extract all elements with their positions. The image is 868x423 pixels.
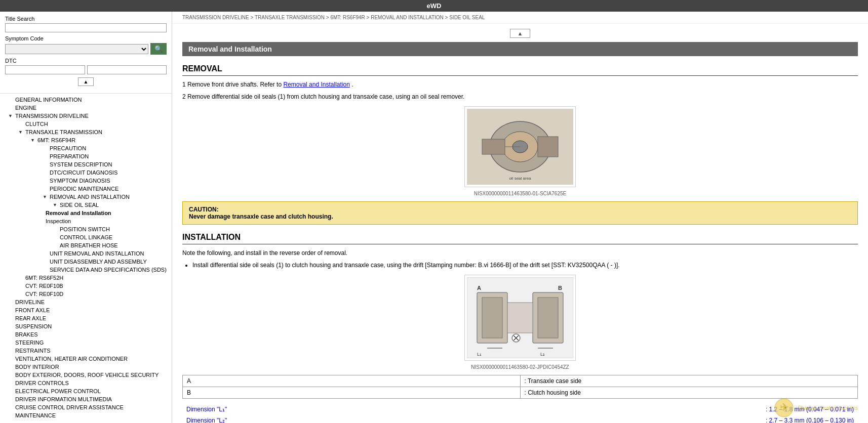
- section-header: Removal and Installation: [182, 42, 858, 56]
- dtc-input-2[interactable]: [87, 65, 167, 74]
- table-row-a: A : Transaxle case side: [183, 375, 858, 387]
- tree-item-unit-removal[interactable]: UNIT REMOVAL AND INSTALLATION: [18, 249, 172, 258]
- tree-item-6mt-rs6f94r[interactable]: 6MT: RS6F94R: [12, 136, 172, 144]
- tree-label-dtc-circuit: DTC/CIRCUIT DIAGNOSIS: [50, 170, 117, 176]
- content-area: TRANSMISSION DRIVELINE > TRANSAXLE TRANS…: [172, 12, 868, 423]
- tree-item-driveline[interactable]: DRIVELINE: [0, 298, 172, 306]
- tree-item-control-linkage[interactable]: CONTROL LINKAGE: [24, 233, 172, 241]
- image1-box: oil seal area: [464, 106, 576, 187]
- tree-item-cvt-re0f10b[interactable]: CVT: RE0F10B: [6, 282, 172, 290]
- table-b-value: : Clutch housing side: [520, 387, 858, 399]
- dim-l1-row: Dimension "L₁" : 1.2 – 1.8 mm (0.047 – 0…: [182, 404, 858, 415]
- tree-item-unit-disassembly[interactable]: UNIT DISASSEMBLY AND ASSEMBLY: [18, 258, 172, 266]
- tree-item-brakes[interactable]: BRAKES: [0, 330, 172, 339]
- dimensions-table: Dimension "L₁" : 1.2 – 1.8 mm (0.047 – 0…: [182, 404, 858, 423]
- tree-item-service-data[interactable]: SERVICE DATA AND SPECIFICATIONS (SDS): [18, 266, 172, 274]
- svg-text:L₁: L₁: [477, 352, 482, 357]
- tree-label-6mt-rs6f52h: 6MT: RS6F52H: [25, 275, 63, 281]
- tree-item-6mt-rs6f52h[interactable]: 6MT: RS6F52H: [6, 274, 172, 282]
- caution1-title: CAUTION:: [189, 206, 219, 213]
- tree-label-clutch: CLUTCH: [25, 121, 48, 127]
- tree-item-rear-axle[interactable]: REAR AXLE: [0, 314, 172, 322]
- tree-label-maintenance: MAINTENANCE: [15, 412, 56, 418]
- dim-l1-link[interactable]: Dimension "L₁": [186, 406, 227, 413]
- install-bullet-1: Install differential side oil seals (1) …: [192, 261, 858, 270]
- tree-item-inspection[interactable]: Inspection: [30, 217, 172, 225]
- svg-rect-13: [507, 303, 533, 333]
- install-bullets: Install differential side oil seals (1) …: [192, 261, 858, 270]
- svg-rect-4: [538, 137, 558, 157]
- tree-item-position-switch[interactable]: POSITION SWITCH: [24, 225, 172, 233]
- tree-item-general-info[interactable]: GENERAL INFORMATION: [0, 96, 172, 104]
- svg-text:B: B: [558, 285, 562, 291]
- tree-label-body-exterior: BODY EXTERIOR, DOORS, ROOF VEHICLE SECUR…: [15, 372, 159, 378]
- step1-text: 1 Remove front drive shafts. Refer to Re…: [182, 80, 858, 89]
- tree-label-ventilation: VENTILATION, HEATER AIR CONDITIONER: [15, 356, 128, 362]
- tree-item-ventilation[interactable]: VENTILATION, HEATER AIR CONDITIONER: [0, 355, 172, 363]
- tree-item-precaution[interactable]: PRECAUTION: [18, 144, 172, 152]
- tree-item-restraints[interactable]: RESTRAINTS: [0, 347, 172, 355]
- breadcrumb-text: TRANSMISSION DRIVELINE > TRANSAXLE TRANS…: [182, 15, 485, 20]
- tree-item-maintenance[interactable]: MAINTENANCE: [0, 411, 172, 419]
- table-a-label: A: [183, 375, 521, 387]
- symptom-code-select[interactable]: [5, 44, 148, 54]
- tree-item-side-oil-seal[interactable]: SIDE OIL SEAL: [24, 201, 172, 209]
- title-search-input[interactable]: [5, 23, 167, 32]
- tree-item-driver-controls[interactable]: DRIVER CONTROLS: [0, 379, 172, 387]
- tree-label-cvt-re0f10b: CVT: RE0F10B: [25, 283, 63, 289]
- image1-svg: oil seal area: [467, 109, 573, 185]
- search-button[interactable]: 🔍: [150, 43, 167, 55]
- tree-item-transaxle-trans[interactable]: TRANSAXLE TRANSMISSION: [6, 128, 172, 136]
- tree-item-removal-install-sub[interactable]: Removal and Installation: [30, 209, 172, 217]
- tree-item-air-breather-hose[interactable]: AIR BREATHER HOSE: [24, 241, 172, 249]
- tree-label-driveline: DRIVELINE: [15, 299, 45, 305]
- tree-item-periodic-maint[interactable]: PERIODIC MAINTENANCE: [18, 185, 172, 193]
- tree-item-steering[interactable]: STEERING: [0, 339, 172, 347]
- tree-item-electrical-power[interactable]: ELECTRICAL POWER CONTROL: [0, 387, 172, 395]
- tree-item-suspension[interactable]: SUSPENSION: [0, 322, 172, 330]
- removal-install-link[interactable]: Removal and Installation: [283, 81, 349, 88]
- tree-item-system-desc[interactable]: SYSTEM DESCRIPTION: [18, 160, 172, 168]
- tree-item-front-axle[interactable]: FRONT AXLE: [0, 306, 172, 314]
- collapse-button[interactable]: ▲: [78, 77, 94, 86]
- tree-label-6mt-rs6f94r: 6MT: RS6F94R: [37, 137, 75, 143]
- tree-label-side-oil-seal: SIDE OIL SEAL: [60, 202, 99, 208]
- tree-label-removal-install: REMOVAL AND INSTALLATION: [50, 194, 130, 200]
- tree-item-clutch[interactable]: CLUTCH: [6, 120, 172, 128]
- scroll-top-button[interactable]: ▲: [510, 29, 531, 38]
- tree-label-steering: STEERING: [15, 340, 44, 346]
- ab-table: A : Transaxle case side B : Clutch housi…: [182, 375, 858, 399]
- tree-item-preparation[interactable]: PREPARATION: [18, 152, 172, 160]
- tree-nav: GENERAL INFORMATIONENGINETRANSMISSION DR…: [0, 94, 172, 423]
- tree-item-driver-info[interactable]: DRIVER INFORMATION MULTIMEDIA: [0, 395, 172, 403]
- tree-label-body-interior: BODY INTERIOR: [15, 364, 59, 370]
- tree-label-front-axle: FRONT AXLE: [15, 307, 50, 313]
- dtc-input-1[interactable]: [5, 65, 85, 74]
- tech-logo: ✈ Sharing creates success: [774, 398, 858, 418]
- tree-item-cvt-re0f10d[interactable]: CVT: RE0F10D: [6, 290, 172, 298]
- svg-text:A: A: [477, 285, 481, 291]
- tree-item-removal-install[interactable]: REMOVAL AND INSTALLATION: [18, 193, 172, 201]
- tree-item-dtc-circuit[interactable]: DTC/CIRCUIT DIAGNOSIS: [18, 168, 172, 177]
- tree-item-symptom-diag[interactable]: SYMPTOM DIAGNOSIS: [18, 177, 172, 185]
- tree-item-cruise-control[interactable]: CRUISE CONTROL DRIVER ASSISTANCE: [0, 403, 172, 411]
- tree-item-body-exterior[interactable]: BODY EXTERIOR, DOORS, ROOF VEHICLE SECUR…: [0, 371, 172, 379]
- dtc-row: [5, 65, 167, 74]
- image1-caption: NISX0000000011463580-01-SCIA7625E: [182, 191, 858, 196]
- tree-item-trans-driveline[interactable]: TRANSMISSION DRIVELINE: [0, 112, 172, 120]
- section-header-text: Removal and Installation: [188, 45, 272, 53]
- tree-label-transaxle-trans: TRANSAXLE TRANSMISSION: [25, 129, 102, 135]
- dim-l2-link[interactable]: Dimension "L₂": [186, 417, 227, 423]
- step2-text: 2 Remove differential side oil seals (1)…: [182, 92, 858, 101]
- tree-item-body-interior[interactable]: BODY INTERIOR: [0, 363, 172, 371]
- tree-label-precaution: PRECAUTION: [50, 145, 86, 151]
- tree-item-engine[interactable]: ENGINE: [0, 104, 172, 112]
- svg-rect-12: [538, 298, 558, 338]
- tree-label-driver-controls: DRIVER CONTROLS: [15, 380, 69, 386]
- svg-text:✈: ✈: [780, 402, 788, 413]
- tree-label-unit-disassembly: UNIT DISASSEMBLY AND ASSEMBLY: [50, 259, 147, 265]
- svg-rect-10: [482, 298, 502, 338]
- tree-label-air-breather-hose: AIR BREATHER HOSE: [60, 242, 118, 248]
- symptom-row: 🔍: [5, 43, 167, 55]
- main-layout: Title Search Symptom Code 🔍 DTC ▲ GENERA…: [0, 12, 868, 423]
